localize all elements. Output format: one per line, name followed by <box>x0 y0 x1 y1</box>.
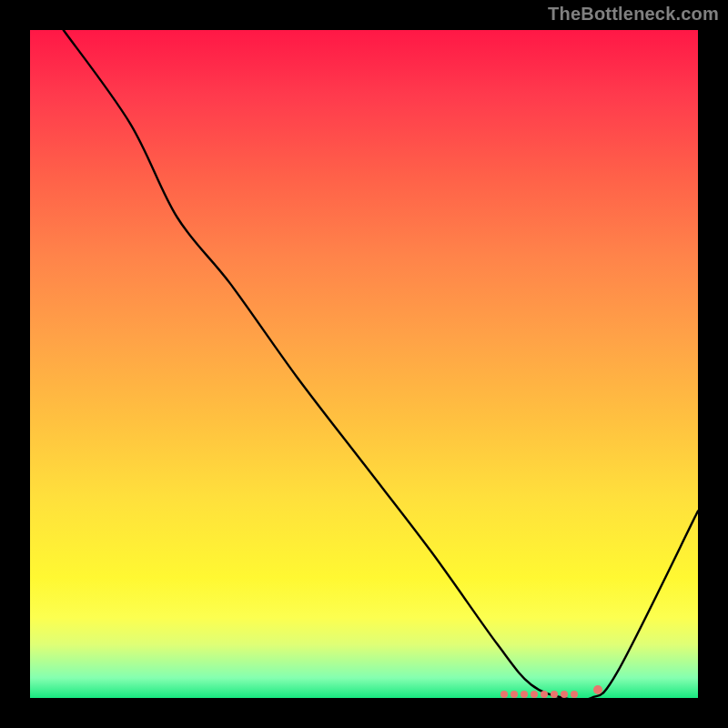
watermark-text: TheBottleneck.com <box>548 4 719 25</box>
optimal-point <box>593 685 602 694</box>
optimal-point <box>561 691 568 698</box>
optimal-point <box>551 691 558 698</box>
optimal-point <box>571 691 578 698</box>
optimal-point <box>500 691 508 698</box>
chart-stage: TheBottleneck.com <box>0 0 728 728</box>
optimal-point-cluster <box>30 30 698 698</box>
optimal-point <box>521 691 528 698</box>
optimal-point <box>511 691 518 698</box>
optimal-point <box>541 691 548 698</box>
optimal-point <box>531 691 538 698</box>
plot-area <box>30 30 698 698</box>
